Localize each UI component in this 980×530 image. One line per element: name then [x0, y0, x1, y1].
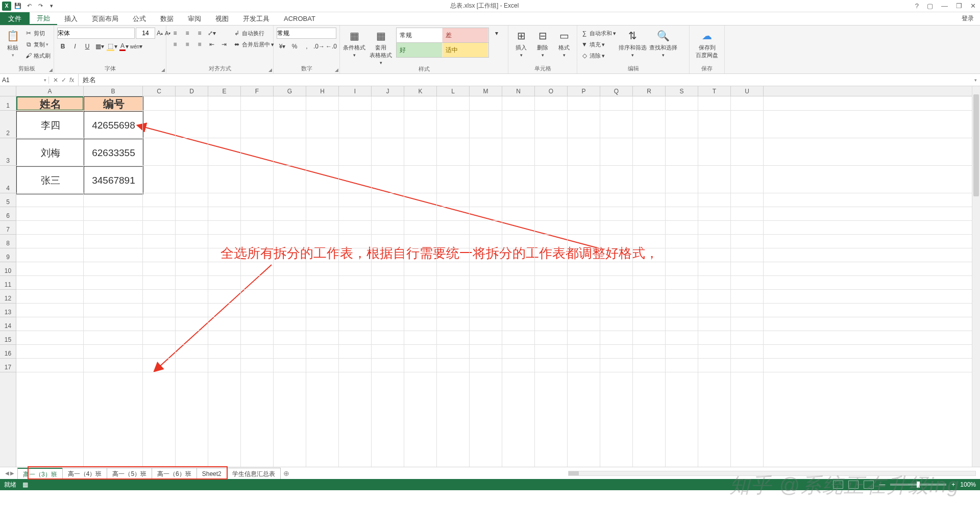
align-left-button[interactable]: ≡ — [169, 39, 181, 50]
tab-view[interactable]: 视图 — [208, 12, 236, 25]
save-to-baidu-button[interactable]: ☁保存到 百度网盘 — [693, 28, 721, 59]
expand-formula-bar-icon[interactable]: ▾ — [971, 78, 980, 83]
formula-input[interactable]: 姓名 — [79, 75, 971, 85]
cell-a4[interactable]: 张三 — [17, 167, 84, 194]
row-header-7[interactable]: 7 — [0, 221, 16, 235]
row-header-4[interactable]: 4 — [0, 166, 16, 193]
cell-a3[interactable]: 刘梅 — [17, 139, 84, 167]
zoom-slider[interactable] — [890, 484, 946, 486]
zoom-level[interactable]: 100% — [960, 481, 976, 488]
align-middle-button[interactable]: ≡ — [182, 28, 193, 39]
col-header-G[interactable]: G — [274, 86, 306, 96]
header-name[interactable]: 姓名 — [17, 97, 84, 112]
phonetic-button[interactable]: wén▾ — [131, 41, 142, 52]
row-header-13[interactable]: 13 — [0, 304, 16, 317]
col-header-P[interactable]: P — [568, 86, 600, 96]
find-select-button[interactable]: 🔍查找和选择▾ — [649, 28, 677, 58]
col-header-H[interactable]: H — [306, 86, 339, 96]
format-as-table-button[interactable]: ▦ 套用 表格格式▾ — [368, 28, 394, 65]
col-header-A[interactable]: A — [16, 86, 84, 96]
col-header-J[interactable]: J — [372, 86, 404, 96]
close-icon[interactable]: ✕ — [968, 2, 978, 10]
row-header-17[interactable]: 17 — [0, 359, 16, 372]
font-size-input[interactable] — [136, 28, 155, 39]
insert-cells-button[interactable]: ⊞插入▾ — [511, 28, 531, 58]
italic-button[interactable]: I — [69, 41, 81, 52]
percent-format-button[interactable]: % — [289, 41, 300, 52]
new-sheet-button[interactable]: ⊕ — [280, 469, 292, 477]
view-normal-button[interactable] — [833, 481, 843, 489]
col-header-Q[interactable]: Q — [600, 86, 633, 96]
autosum-button[interactable]: ∑自动求和 ▾ — [580, 28, 616, 39]
col-header-N[interactable]: N — [502, 86, 535, 96]
paste-button[interactable]: 📋 粘贴 ▾ — [3, 28, 22, 58]
row-header-6[interactable]: 6 — [0, 207, 16, 221]
row-headers[interactable]: 1234567891011121314151617 — [0, 96, 16, 467]
row-header-2[interactable]: 2 — [0, 111, 16, 138]
sheet-tab-1[interactable]: 高一（4）班 — [62, 468, 108, 479]
row-header-16[interactable]: 16 — [0, 345, 16, 359]
sheet-next-icon[interactable]: ▶ — [10, 470, 14, 476]
col-header-E[interactable]: E — [208, 86, 241, 96]
col-header-B[interactable]: B — [84, 86, 143, 96]
cells-area[interactable]: 姓名 编号 李四42655698 刘梅62633355 张三34567891 全… — [16, 96, 972, 467]
row-header-12[interactable]: 12 — [0, 290, 16, 304]
tab-formulas[interactable]: 公式 — [126, 12, 153, 25]
font-name-input[interactable] — [57, 28, 135, 39]
style-normal[interactable]: 常规 — [397, 28, 443, 42]
vscroll-thumb[interactable] — [973, 94, 979, 196]
col-header-S[interactable]: S — [666, 86, 698, 96]
align-right-button[interactable]: ≡ — [194, 39, 205, 50]
col-header-L[interactable]: L — [437, 86, 470, 96]
tab-home[interactable]: 开始 — [30, 12, 57, 25]
format-cells-button[interactable]: ▭格式▾ — [554, 28, 574, 58]
col-header-U[interactable]: U — [731, 86, 764, 96]
alignment-dialog-launcher[interactable]: ◢ — [268, 67, 272, 72]
tab-review[interactable]: 审阅 — [181, 12, 208, 25]
view-page-layout-button[interactable] — [848, 481, 859, 489]
fill-button[interactable]: ▼填充 ▾ — [580, 39, 616, 50]
col-header-T[interactable]: T — [698, 86, 731, 96]
minimize-icon[interactable]: — — [939, 2, 950, 10]
conditional-format-button[interactable]: ▦ 条件格式▾ — [343, 28, 365, 58]
sheet-prev-icon[interactable]: ◀ — [5, 470, 9, 476]
number-format-select[interactable] — [277, 28, 336, 39]
login-link[interactable]: 登录 — [955, 12, 980, 25]
cell-b3[interactable]: 62633355 — [84, 139, 143, 167]
restore-icon[interactable]: ❐ — [954, 2, 964, 10]
comma-format-button[interactable]: , — [301, 41, 312, 52]
name-box[interactable]: A1▾ — [0, 77, 49, 84]
tab-data[interactable]: 数据 — [153, 12, 181, 25]
status-macro-icon[interactable]: ▦ — [22, 481, 28, 488]
row-header-3[interactable]: 3 — [0, 138, 16, 166]
cell-b4[interactable]: 34567891 — [84, 167, 143, 194]
row-header-10[interactable]: 10 — [0, 262, 16, 276]
tab-insert[interactable]: 插入 — [57, 12, 85, 25]
vertical-scrollbar[interactable] — [972, 86, 980, 467]
increase-font-size-button[interactable]: A▴ — [156, 28, 163, 39]
qat-undo-icon[interactable]: ↶ — [24, 2, 34, 11]
row-header-5[interactable]: 5 — [0, 193, 16, 207]
tab-file[interactable]: 文件 — [0, 12, 30, 25]
row-header-15[interactable]: 15 — [0, 331, 16, 345]
align-center-button[interactable]: ≡ — [182, 39, 193, 50]
sort-filter-button[interactable]: ⇅排序和筛选▾ — [618, 28, 647, 58]
col-header-I[interactable]: I — [339, 86, 372, 96]
align-top-button[interactable]: ≡ — [169, 28, 181, 39]
orientation-button[interactable]: ⤢▾ — [206, 28, 217, 39]
qat-redo-icon[interactable]: ↷ — [36, 2, 45, 11]
style-good[interactable]: 好 — [397, 43, 443, 57]
style-moderate[interactable]: 适中 — [443, 43, 488, 57]
horizontal-scrollbar[interactable] — [297, 469, 976, 477]
worksheet-grid[interactable]: ABCDEFGHIJKLMNOPQRSTU 123456789101112131… — [0, 86, 980, 467]
cut-button[interactable]: ✂剪切 — [24, 28, 51, 39]
cell-styles-gallery-2[interactable]: 好 适中 — [396, 43, 489, 58]
cell-a2[interactable]: 李四 — [17, 112, 84, 139]
zoom-out-button[interactable]: — — [879, 481, 885, 488]
row-header-14[interactable]: 14 — [0, 317, 16, 331]
col-header-R[interactable]: R — [633, 86, 666, 96]
fill-color-button[interactable]: ⬚▾ — [106, 41, 117, 52]
clear-button[interactable]: ◇清除 ▾ — [580, 50, 616, 61]
enter-formula-icon[interactable]: ✓ — [61, 77, 66, 84]
col-header-D[interactable]: D — [176, 86, 208, 96]
